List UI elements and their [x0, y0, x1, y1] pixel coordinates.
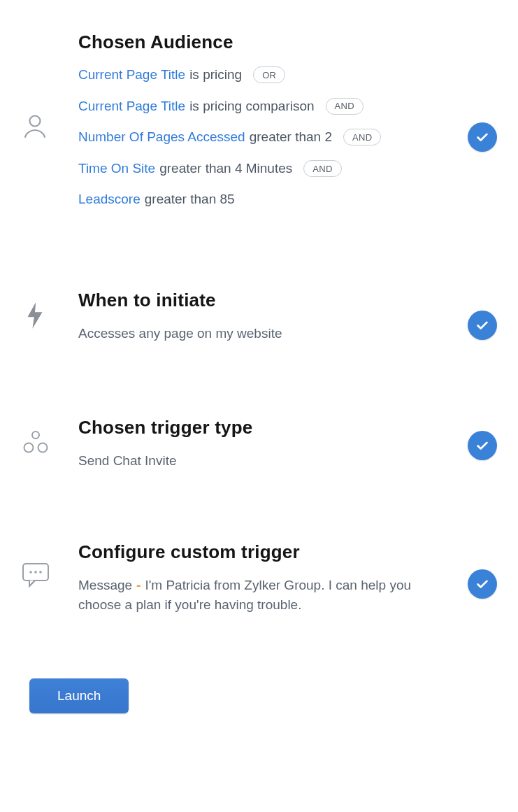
- audience-title: Chosen Audience: [78, 31, 448, 53]
- custom-trigger-title: Configure custom trigger: [78, 541, 448, 563]
- rule-condition: is pricing comparison: [189, 97, 314, 116]
- logic-pill[interactable]: AND: [326, 98, 364, 115]
- audience-content: Chosen Audience Current Page Title is pr…: [78, 31, 497, 209]
- person-icon: [21, 112, 49, 143]
- initiate-title: When to initiate: [78, 290, 448, 311]
- rule-field[interactable]: Current Page Title: [78, 66, 185, 85]
- rule-condition: greater than 2: [250, 128, 332, 147]
- trigger-type-icon-col: [21, 417, 78, 460]
- svg-point-0: [30, 116, 41, 127]
- initiate-icon-col: [21, 290, 78, 332]
- launch-button[interactable]: Launch: [29, 678, 129, 713]
- audience-rule: Number Of Pages Accessed greater than 2 …: [78, 128, 448, 147]
- svg-point-7: [39, 571, 42, 574]
- audience-rule: Time On Site greater than 4 Minutes AND: [78, 159, 448, 178]
- audience-section: Chosen Audience Current Page Title is pr…: [21, 31, 497, 209]
- rule-field[interactable]: Time On Site: [78, 159, 155, 178]
- lightning-icon: [21, 302, 45, 332]
- logic-pill[interactable]: OR: [253, 66, 285, 83]
- trigger-type-section: Chosen trigger type Send Chat Invite: [21, 417, 497, 471]
- custom-trigger-content: Configure custom trigger Message-I'm Pat…: [78, 541, 497, 615]
- custom-trigger-section: Configure custom trigger Message-I'm Pat…: [21, 541, 497, 615]
- rule-field[interactable]: Leadscore: [78, 190, 141, 209]
- audience-check-col: [462, 122, 497, 152]
- svg-point-6: [34, 571, 37, 574]
- check-icon[interactable]: [468, 569, 497, 599]
- logic-pill[interactable]: AND: [303, 160, 341, 177]
- check-icon[interactable]: [468, 311, 497, 340]
- rule-condition: greater than 4 Minutes: [159, 159, 292, 178]
- custom-trigger-check-col: [462, 569, 497, 599]
- initiate-section: When to initiate Accesses any page on my…: [21, 290, 497, 344]
- trigger-type-icon: [21, 427, 50, 460]
- launch-row: Launch: [21, 678, 497, 713]
- custom-trigger-message-row: Message-I'm Patricia from Zylker Group. …: [78, 576, 448, 615]
- custom-trigger-icon-col: [21, 541, 78, 592]
- svg-point-1: [32, 432, 39, 439]
- svg-point-3: [38, 443, 48, 453]
- trigger-type-check-col: [462, 431, 497, 460]
- message-label: Message: [78, 578, 132, 592]
- trigger-type-title: Chosen trigger type: [78, 417, 448, 439]
- chat-icon: [21, 561, 50, 592]
- rule-field[interactable]: Current Page Title: [78, 97, 185, 116]
- logic-pill[interactable]: AND: [343, 129, 381, 145]
- svg-point-5: [29, 571, 32, 574]
- check-icon[interactable]: [468, 431, 497, 460]
- initiate-check-col: [462, 311, 497, 340]
- initiate-content: When to initiate Accesses any page on my…: [78, 290, 497, 344]
- initiate-text: Accesses any page on my website: [78, 324, 448, 344]
- check-icon[interactable]: [468, 122, 497, 152]
- message-separator: -: [132, 578, 145, 592]
- svg-point-2: [24, 443, 34, 453]
- audience-rule: Current Page Title is pricing comparison…: [78, 97, 448, 116]
- rule-field[interactable]: Number Of Pages Accessed: [78, 128, 245, 147]
- audience-rule: Leadscore greater than 85: [78, 190, 448, 209]
- trigger-type-text: Send Chat Invite: [78, 451, 448, 471]
- audience-rule: Current Page Title is pricing OR: [78, 66, 448, 85]
- trigger-type-content: Chosen trigger type Send Chat Invite: [78, 417, 497, 471]
- rule-condition: is pricing: [189, 66, 242, 85]
- rule-condition: greater than 85: [145, 190, 235, 209]
- audience-icon-col: [21, 31, 78, 143]
